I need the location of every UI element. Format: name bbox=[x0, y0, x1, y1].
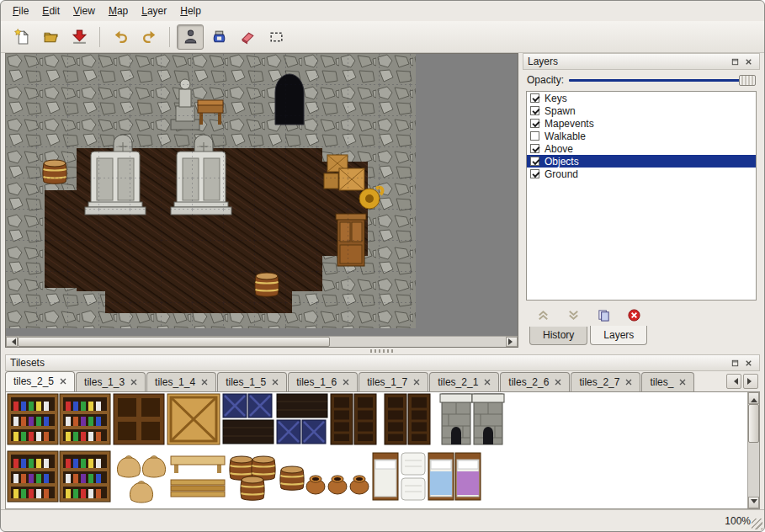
layer-visibility-checkbox[interactable] bbox=[530, 169, 539, 178]
ink-bottle-icon bbox=[211, 29, 227, 45]
app-window: FileEditViewMapLayerHelp bbox=[0, 0, 765, 532]
scroll-down-button[interactable] bbox=[748, 497, 759, 508]
chevron-up-icon bbox=[536, 308, 550, 322]
player-tool-button[interactable] bbox=[177, 24, 204, 50]
tabs-scroll-right-button[interactable] bbox=[743, 374, 758, 389]
layer-row-walkable[interactable]: Walkable bbox=[527, 130, 756, 142]
layer-row-keys[interactable]: Keys bbox=[527, 92, 756, 104]
new-file-icon bbox=[14, 29, 30, 45]
toolbar-separator bbox=[169, 27, 170, 47]
tileset-tab-tiles_1_6[interactable]: tiles_1_6 bbox=[288, 372, 358, 391]
menu-item-map[interactable]: Map bbox=[102, 3, 135, 19]
eraser-tool-button[interactable] bbox=[234, 24, 261, 50]
layer-row-ground[interactable]: Ground bbox=[527, 168, 756, 180]
delete-icon bbox=[627, 308, 641, 322]
fill-tool-button[interactable] bbox=[205, 24, 232, 50]
tileset-tab-tiles_[interactable]: tiles_ bbox=[641, 372, 694, 391]
splitter-grip-icon bbox=[370, 349, 396, 353]
scroll-left-button[interactable] bbox=[6, 337, 18, 347]
move-layer-up-button[interactable] bbox=[534, 306, 551, 323]
tileset-tab-tiles_1_5[interactable]: tiles_1_5 bbox=[217, 372, 287, 391]
menu-item-file[interactable]: File bbox=[6, 3, 35, 19]
layer-visibility-checkbox[interactable] bbox=[530, 106, 539, 115]
opacity-slider-handle[interactable] bbox=[739, 75, 756, 86]
close-panel-button[interactable] bbox=[741, 357, 755, 370]
layer-row-spawn[interactable]: Spawn bbox=[527, 104, 756, 117]
save-icon bbox=[72, 29, 88, 45]
float-panel-button[interactable] bbox=[728, 357, 741, 370]
tilesets-panel-title: Tilesets bbox=[10, 357, 728, 369]
layer-list[interactable]: Keys Spawn Mapevents Walkable Above Obje… bbox=[526, 91, 757, 301]
eraser-icon bbox=[240, 29, 256, 45]
tileset-tab-tiles_1_7[interactable]: tiles_1_7 bbox=[359, 372, 428, 391]
map-canvas[interactable] bbox=[6, 54, 416, 328]
scrollbar-thumb[interactable] bbox=[748, 404, 759, 443]
new-file-button[interactable] bbox=[8, 24, 35, 50]
toolbar-separator bbox=[99, 27, 100, 47]
undo-button[interactable] bbox=[107, 24, 134, 50]
move-layer-down-button[interactable] bbox=[565, 306, 582, 323]
tileset-canvas[interactable] bbox=[6, 392, 746, 507]
tileset-tab-tiles_2_7[interactable]: tiles_2_7 bbox=[571, 372, 640, 391]
splitter[interactable] bbox=[5, 348, 760, 354]
save-button[interactable] bbox=[66, 24, 93, 50]
close-panel-button[interactable] bbox=[741, 56, 755, 68]
menu-item-help[interactable]: Help bbox=[173, 3, 208, 19]
chevron-down-icon bbox=[566, 308, 581, 322]
layer-row-objects[interactable]: Objects bbox=[527, 155, 756, 168]
scroll-right-button[interactable] bbox=[506, 337, 518, 347]
layer-visibility-checkbox[interactable] bbox=[530, 93, 539, 103]
tab-close-icon[interactable] bbox=[555, 379, 561, 386]
menu-item-layer[interactable]: Layer bbox=[135, 3, 173, 19]
menu-item-edit[interactable]: Edit bbox=[35, 3, 66, 19]
redo-button[interactable] bbox=[135, 24, 162, 50]
layer-name: Keys bbox=[545, 93, 567, 104]
float-panel-button[interactable] bbox=[728, 56, 741, 68]
layer-visibility-checkbox[interactable] bbox=[530, 131, 539, 141]
tabs-scroll-left-button[interactable] bbox=[726, 374, 741, 389]
scrollbar-track[interactable] bbox=[748, 404, 759, 497]
tab-close-icon[interactable] bbox=[60, 378, 66, 385]
duplicate-layer-button[interactable] bbox=[595, 306, 612, 323]
open-button[interactable] bbox=[37, 24, 64, 50]
layers-dock: Layers Opacity: bbox=[523, 53, 760, 348]
tab-close-icon[interactable] bbox=[484, 379, 491, 386]
map-view[interactable] bbox=[5, 53, 518, 348]
layer-row-mapevents[interactable]: Mapevents bbox=[527, 117, 756, 130]
tileset-tab-tiles_2_6[interactable]: tiles_2_6 bbox=[500, 372, 570, 391]
layer-visibility-checkbox[interactable] bbox=[530, 157, 539, 166]
redo-icon bbox=[141, 29, 157, 45]
delete-layer-button[interactable] bbox=[625, 306, 642, 323]
resize-grip[interactable] bbox=[752, 519, 762, 529]
tileset-tab-tiles_1_3[interactable]: tiles_1_3 bbox=[76, 372, 146, 391]
layer-row-above[interactable]: Above bbox=[527, 142, 756, 155]
layer-visibility-checkbox[interactable] bbox=[530, 144, 539, 153]
tileset-tab-tiles_2_5[interactable]: tiles_2_5 bbox=[5, 371, 75, 391]
layer-name: Above bbox=[545, 143, 573, 155]
tab-close-icon[interactable] bbox=[201, 379, 208, 386]
map-horizontal-scrollbar[interactable] bbox=[6, 336, 518, 347]
tab-close-icon[interactable] bbox=[343, 379, 349, 386]
opacity-slider[interactable] bbox=[569, 74, 756, 86]
select-tool-button[interactable] bbox=[263, 24, 290, 50]
dock-tab-layers[interactable]: Layers bbox=[590, 326, 647, 345]
undo-icon bbox=[113, 29, 129, 45]
scrollbar-track[interactable] bbox=[18, 337, 506, 347]
tab-close-icon[interactable] bbox=[625, 379, 632, 386]
tileset-vertical-scrollbar[interactable] bbox=[747, 392, 759, 508]
scroll-up-button[interactable] bbox=[748, 392, 759, 404]
scrollbar-thumb[interactable] bbox=[18, 337, 330, 347]
tileset-content[interactable] bbox=[5, 392, 760, 509]
tab-close-icon[interactable] bbox=[272, 379, 279, 386]
layers-dock-titlebar: Layers bbox=[523, 53, 760, 70]
tab-close-icon[interactable] bbox=[130, 379, 137, 386]
layer-name: Ground bbox=[545, 168, 578, 180]
tab-close-icon[interactable] bbox=[679, 379, 686, 386]
tileset-tab-tiles_2_1[interactable]: tiles_2_1 bbox=[429, 372, 499, 391]
layer-visibility-checkbox[interactable] bbox=[530, 119, 539, 128]
opacity-slider-track[interactable] bbox=[569, 79, 756, 82]
tileset-tab-tiles_1_4[interactable]: tiles_1_4 bbox=[146, 372, 216, 391]
menu-item-view[interactable]: View bbox=[66, 3, 102, 19]
tab-close-icon[interactable] bbox=[413, 379, 420, 386]
dock-tab-history[interactable]: History bbox=[529, 327, 587, 345]
